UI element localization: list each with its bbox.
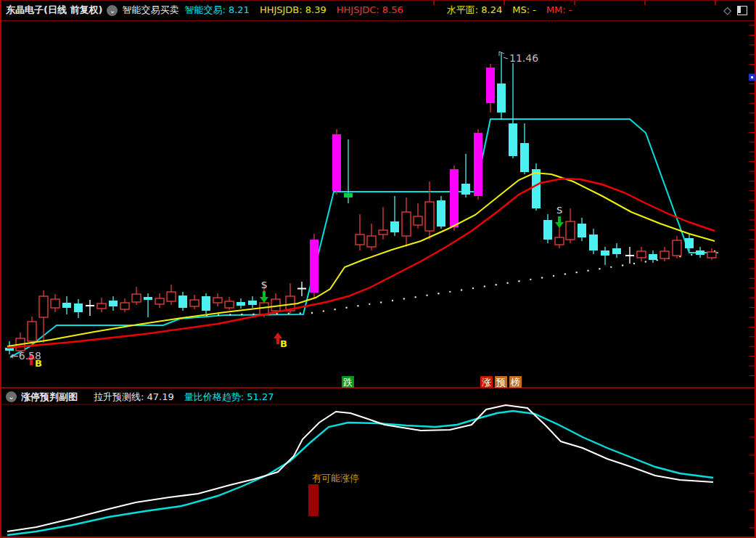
- candle: [344, 139, 353, 203]
- badge-text: 跌: [343, 377, 353, 388]
- candle: [155, 293, 164, 308]
- candle: [39, 290, 48, 343]
- candle-body-down: [437, 200, 445, 227]
- candle-body-up: [566, 221, 575, 240]
- candle-body-down: [509, 123, 517, 156]
- sub-cyan-trend-line: [7, 411, 713, 535]
- candle: [144, 293, 152, 317]
- candle-body-up: [132, 294, 141, 302]
- candle: [589, 229, 598, 254]
- sell-signal-marker: S: [555, 205, 564, 228]
- candle-body-down: [520, 143, 529, 172]
- candle: [474, 129, 482, 200]
- badge-text: 预: [496, 377, 506, 388]
- sell-arrow-shaft: [558, 216, 561, 222]
- candle-body-signal: [450, 169, 459, 227]
- candle-body-up: [402, 212, 411, 236]
- candle: [450, 166, 459, 231]
- candle: [390, 196, 399, 236]
- candle: [190, 295, 199, 309]
- candle-body-up: [707, 252, 716, 258]
- candle: [379, 207, 387, 240]
- candle: [310, 234, 319, 298]
- candle: [543, 214, 552, 243]
- badge-text: 涨: [482, 377, 491, 388]
- candle: [297, 282, 306, 296]
- candle-body-up: [271, 299, 280, 311]
- candle: [673, 236, 681, 258]
- candle-body-down: [109, 301, 118, 306]
- candle-body-up: [425, 202, 434, 231]
- candle-body-up: [379, 230, 387, 235]
- candle-body-up: [51, 299, 59, 308]
- candle-body-up: [39, 296, 48, 317]
- candle: [520, 123, 529, 174]
- limit-up-signal-bar: [308, 484, 319, 516]
- candle: [685, 234, 694, 251]
- candle: [601, 247, 609, 265]
- candle: [237, 298, 245, 309]
- candle: [437, 196, 445, 229]
- candle: [332, 129, 341, 195]
- candle: [62, 296, 71, 314]
- candle: [486, 64, 495, 113]
- ma-line-yellow: [7, 173, 715, 346]
- stock-app-window: 东晶电子(日线 前复权) ⌄ 智能交易买卖 智能交易: 8.21HHJSJDB:…: [0, 0, 756, 538]
- candle: [51, 294, 59, 312]
- candle-series: [5, 52, 716, 354]
- candle: [120, 298, 129, 312]
- candle: [497, 52, 506, 120]
- dotted-trend-line: [206, 250, 715, 316]
- price-label: 11.46: [499, 52, 538, 64]
- candle-body-down: [390, 221, 399, 232]
- candle: [707, 248, 716, 260]
- candle: [578, 218, 586, 241]
- candle-body-green: [344, 193, 353, 197]
- candle-body-down: [178, 296, 187, 308]
- candle-body-up: [673, 240, 681, 256]
- candle-body-down: [612, 248, 621, 254]
- candle: [402, 197, 411, 247]
- candle-body-up: [356, 235, 364, 245]
- candle-body-up: [660, 251, 669, 258]
- indicator-badge: 榜: [509, 376, 522, 388]
- buy-arrow-shaft: [276, 338, 279, 344]
- candle: [649, 250, 657, 263]
- sell-label: S: [556, 205, 562, 216]
- buy-signal-marker: B: [274, 333, 287, 349]
- candle: [660, 247, 669, 261]
- candle: [109, 296, 118, 311]
- candle: [637, 247, 646, 261]
- sell-signal-marker: S: [260, 280, 268, 303]
- candle-body-up: [120, 303, 129, 309]
- candle: [132, 287, 141, 305]
- candle: [178, 292, 187, 311]
- candle: [414, 203, 422, 229]
- price-flag-tail: [504, 57, 508, 59]
- candle-body-down: [144, 297, 152, 300]
- candle: [696, 247, 704, 258]
- buy-up-arrow-icon: [274, 333, 282, 338]
- ma-line-red: [7, 179, 715, 348]
- candle-body-up: [213, 298, 222, 303]
- candle-body-up: [225, 301, 234, 308]
- candle: [461, 154, 470, 197]
- candle-body-down: [589, 235, 598, 250]
- candle-body-down: [62, 303, 71, 308]
- price-label: ←6.58: [10, 350, 41, 362]
- candle: [74, 299, 83, 318]
- candle-body-up: [555, 237, 564, 245]
- candle-body-up: [167, 292, 176, 301]
- indicator-badge: 预: [495, 376, 507, 388]
- badge-text: 榜: [510, 377, 520, 388]
- candle-body-down: [74, 303, 83, 312]
- candle: [625, 247, 634, 264]
- chart-canvas[interactable]: BSBS11.46←6.58跌涨预榜有可能涨停: [0, 0, 756, 538]
- candle-body-down: [685, 238, 694, 248]
- candle-body-signal: [332, 134, 341, 191]
- candle: [28, 317, 36, 346]
- candle-body-down: [601, 250, 609, 256]
- candle-body-down: [696, 250, 704, 255]
- price-label-text: 11.46: [509, 52, 538, 64]
- buy-label: B: [280, 338, 287, 349]
